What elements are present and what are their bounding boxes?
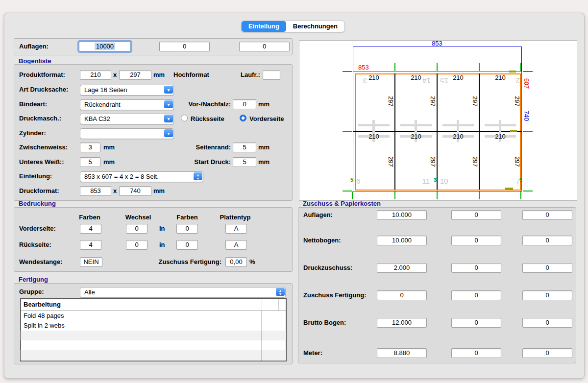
in-label: in bbox=[159, 225, 165, 232]
chevron-down-icon: ▾ bbox=[164, 86, 173, 94]
zuschuss-input[interactable]: 0 bbox=[451, 263, 501, 273]
rueckseite-plattentyp-input[interactable]: A bbox=[225, 240, 247, 250]
vorderseite-radio[interactable] bbox=[240, 115, 246, 121]
zuschuss-box: Auflagen: 10.000 0 0 Nettobogen: 10.000 … bbox=[298, 207, 576, 363]
unteres-weiss-label: Unteres Weiß:: bbox=[19, 158, 64, 166]
zwischenweiss-input[interactable]: 3 bbox=[80, 143, 100, 152]
trim-mark bbox=[479, 63, 480, 71]
art-drucksache-select[interactable]: Lage 16 Seiten ▾ bbox=[80, 85, 174, 96]
zuschuss-input[interactable]: 8.880 bbox=[377, 348, 427, 358]
zylinder-label: Zylinder: bbox=[19, 129, 46, 137]
vorderseite-farben2-input[interactable]: 0 bbox=[176, 224, 198, 234]
rueckseite-wechsel-input[interactable]: 0 bbox=[126, 240, 147, 250]
zwischenweiss-label: Zwischenweiss: bbox=[19, 144, 68, 151]
gruppe-label: Gruppe: bbox=[19, 288, 44, 295]
zuschuss-input[interactable]: 0 bbox=[522, 318, 572, 328]
col-header-farben-2: Farben bbox=[172, 214, 202, 221]
rueckseite-farben-input[interactable]: 4 bbox=[80, 240, 101, 250]
druckmasch-select[interactable]: KBA C32 ▾ bbox=[80, 114, 174, 124]
cell-width-label: 210 bbox=[486, 133, 515, 140]
auflagen-input-2[interactable]: 0 bbox=[159, 42, 210, 51]
auflagen-input-1[interactable]: 10000 bbox=[79, 42, 131, 51]
zuschuss-input[interactable]: 0 bbox=[522, 263, 572, 273]
zylinder-select[interactable]: ▾ bbox=[80, 128, 174, 139]
vorderseite-wechsel-input[interactable]: 0 bbox=[126, 224, 147, 234]
zuschuss-input[interactable]: 0 bbox=[377, 290, 427, 300]
zuschuss-input[interactable]: 12.000 bbox=[377, 318, 427, 328]
zuschuss-row-label: Nettobogen: bbox=[303, 237, 341, 244]
zuschuss-input[interactable]: 0 bbox=[451, 210, 501, 220]
table-row[interactable] bbox=[21, 331, 286, 340]
zuschuss-row-label: Brutto Bogen: bbox=[303, 319, 346, 326]
start-druck-label: Start Druck: bbox=[180, 158, 231, 166]
imposition-diagram: 853 853 607 740 210 210 210 210 210 210 … bbox=[299, 40, 577, 201]
zuschuss-input[interactable]: 0 bbox=[522, 210, 572, 220]
sheet-width-label: 853 bbox=[358, 64, 369, 71]
orientation-label: Hochformat bbox=[173, 71, 209, 78]
vor-nachfalz-input[interactable]: 0 bbox=[233, 99, 256, 109]
zuschuss-input[interactable]: 0 bbox=[522, 236, 572, 245]
cell-height-label: 297 bbox=[385, 154, 394, 169]
seitenrand-input[interactable]: 5 bbox=[233, 143, 256, 152]
rueckseite-farben2-input[interactable]: 0 bbox=[176, 240, 198, 250]
unteres-weiss-input[interactable]: 5 bbox=[80, 157, 100, 167]
bedruckung-box: Farben Wechsel Farben Plattentyp Vorders… bbox=[14, 207, 293, 272]
start-druck-input[interactable]: 5 bbox=[233, 157, 256, 167]
cell-height-label: 297 bbox=[469, 94, 479, 109]
gruppe-select[interactable]: Alle ▲▼ bbox=[80, 287, 286, 298]
vorderseite-radio-label: Vorderseite bbox=[249, 115, 284, 122]
produktformat-width-input[interactable]: 210 bbox=[80, 70, 111, 80]
einteilung-select[interactable]: 853 x 607 = 4 x 2 = 8 Seit. ▲▼ bbox=[80, 171, 203, 182]
tab-einteilung[interactable]: Einteilung bbox=[242, 21, 286, 32]
chevron-down-icon: ▾ bbox=[164, 100, 173, 108]
table-row[interactable] bbox=[21, 350, 286, 360]
page-number: 3 bbox=[354, 77, 367, 85]
trim-mark bbox=[520, 63, 521, 71]
trim-mark bbox=[352, 192, 353, 199]
page-number: 14 bbox=[418, 77, 431, 85]
bindeart-label: Bindeart: bbox=[19, 100, 47, 108]
zuschuss-input[interactable]: 0 bbox=[522, 348, 572, 358]
druckformat-height-input[interactable]: 740 bbox=[119, 186, 151, 196]
imposition-app: Einteilung Berechnungen Auflagen: 10000 … bbox=[0, 0, 588, 383]
trim-mark bbox=[523, 191, 533, 192]
zuschuss-input[interactable]: 0 bbox=[522, 290, 572, 300]
zuschuss-title: Zuschuss & Papierkosten bbox=[303, 200, 381, 207]
up-down-arrows-icon: ▲▼ bbox=[276, 288, 285, 296]
page-number: 6 bbox=[356, 177, 369, 185]
table-row[interactable] bbox=[21, 340, 286, 350]
page-number: 11 bbox=[417, 177, 430, 185]
rueckseite-radio[interactable] bbox=[181, 115, 188, 121]
zuschuss-input[interactable]: 0 bbox=[451, 348, 501, 358]
register-mark bbox=[358, 124, 390, 126]
laufr-input[interactable] bbox=[263, 70, 280, 80]
zuschuss-input[interactable]: 10.000 bbox=[377, 236, 427, 245]
zuschuss-input[interactable]: 0 bbox=[451, 236, 501, 245]
druckformat-unit: mm bbox=[153, 187, 165, 194]
table-row[interactable]: Fold 48 pages bbox=[21, 311, 286, 321]
zuschuss-row-label: Meter: bbox=[303, 349, 322, 357]
zuschuss-fertigung-input[interactable]: 0,00 bbox=[225, 257, 247, 267]
produktformat-height-input[interactable]: 297 bbox=[119, 70, 151, 80]
zuschuss-input[interactable]: 2.000 bbox=[377, 263, 427, 273]
zuschuss-input[interactable]: 10.000 bbox=[377, 210, 427, 220]
auflagen-box: Auflagen: 10000 0 0 bbox=[14, 38, 293, 55]
druckmasch-label: Druckmasch.: bbox=[19, 115, 61, 122]
druckformat-width-input[interactable]: 853 bbox=[80, 186, 111, 196]
vorderseite-plattentyp-input[interactable]: A bbox=[225, 224, 247, 234]
auflagen-input-3[interactable]: 0 bbox=[239, 42, 290, 51]
vorderseite-row-label: Vorderseite: bbox=[19, 225, 56, 232]
trim-mark bbox=[394, 192, 395, 199]
times-label: x bbox=[113, 187, 117, 194]
chevron-down-icon: ▾ bbox=[164, 115, 173, 122]
wendestange-input[interactable]: NEIN bbox=[80, 257, 102, 267]
vorderseite-farben-input[interactable]: 4 bbox=[80, 224, 101, 234]
zuschuss-input[interactable]: 0 bbox=[451, 290, 501, 300]
laufr-label: Laufr.: bbox=[241, 71, 260, 78]
zuschuss-input[interactable]: 0 bbox=[451, 318, 501, 328]
table-row[interactable]: Split in 2 webs bbox=[21, 321, 286, 331]
press-mark bbox=[510, 130, 517, 132]
produktformat-label: Produktformat: bbox=[19, 71, 65, 78]
tab-berechnungen[interactable]: Berechnungen bbox=[286, 21, 344, 32]
bindeart-select[interactable]: Rückendraht ▾ bbox=[80, 99, 174, 110]
